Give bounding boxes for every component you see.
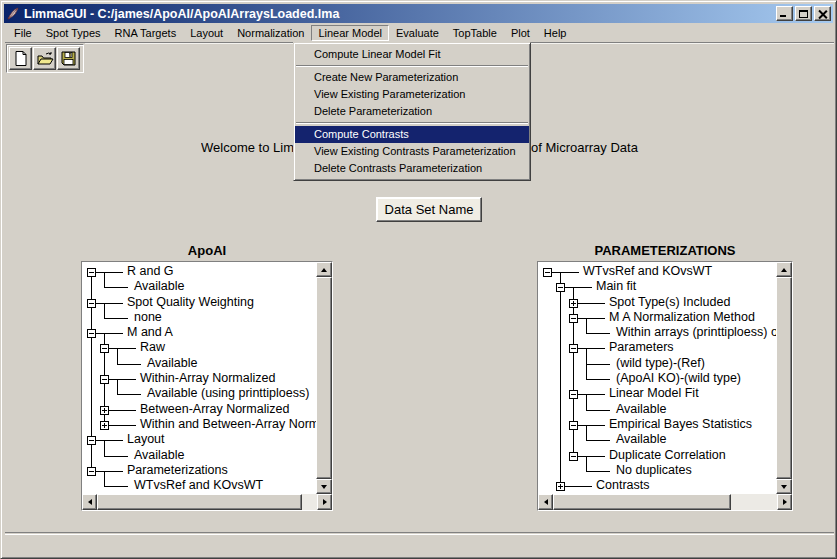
tree-node[interactable]: Layout bbox=[82, 432, 316, 447]
tree-node-label[interactable]: WTvsRef and KOvsWT bbox=[134, 478, 263, 493]
horizontal-scroll-thumb[interactable] bbox=[97, 494, 302, 510]
tree-node[interactable]: Available bbox=[538, 432, 776, 447]
collapse-box[interactable] bbox=[543, 268, 552, 277]
menu-help[interactable]: Help bbox=[537, 25, 574, 41]
collapse-box[interactable] bbox=[569, 421, 578, 430]
horizontal-scrollbar[interactable] bbox=[82, 494, 332, 510]
tree-node-label[interactable]: Available bbox=[147, 356, 198, 371]
expand-box[interactable] bbox=[556, 482, 565, 491]
tree-node-label[interactable]: M and A bbox=[127, 325, 173, 340]
tree-node[interactable]: Main fit bbox=[538, 279, 776, 294]
tree-node-label[interactable]: Available bbox=[616, 402, 667, 417]
parameterizations-tree[interactable]: WTvsRef and KOvsWTMain fitSpot Type(s) I… bbox=[538, 262, 776, 494]
data-set-name-button[interactable]: Data Set Name bbox=[376, 197, 482, 222]
scroll-right-button[interactable] bbox=[777, 494, 792, 510]
tree-node-label[interactable]: Linear Model Fit bbox=[609, 386, 699, 401]
tree-node[interactable]: No duplicates bbox=[538, 463, 776, 478]
tree-node-label[interactable]: Within-Array Normalized bbox=[140, 371, 275, 386]
tree-node-label[interactable]: Spot Type(s) Included bbox=[609, 295, 730, 310]
tree-node-label[interactable]: Available bbox=[134, 448, 185, 463]
tree-node-label[interactable]: (ApoAI KO)-(wild type) bbox=[616, 371, 741, 386]
tree-node[interactable]: WTvsRef and KOvsWT bbox=[538, 264, 776, 279]
menu-spot-types[interactable]: Spot Types bbox=[39, 25, 108, 41]
scroll-trough[interactable] bbox=[731, 494, 777, 510]
tree-node[interactable]: Parameterizations bbox=[82, 463, 316, 478]
tree-node[interactable]: Within arrays (printtiploess) o bbox=[538, 325, 776, 340]
collapse-box[interactable] bbox=[569, 344, 578, 353]
scroll-up-button[interactable] bbox=[776, 262, 792, 277]
tree-node[interactable]: Linear Model Fit bbox=[538, 386, 776, 401]
minimize-button[interactable] bbox=[776, 6, 793, 21]
vertical-scroll-thumb[interactable] bbox=[776, 277, 792, 479]
title-bar[interactable]: LimmaGUI - C:/james/ApoAI/ApoAIArraysLoa… bbox=[4, 4, 833, 23]
collapse-box[interactable] bbox=[87, 299, 96, 308]
tree-node-label[interactable]: Spot Quality Weighting bbox=[127, 295, 254, 310]
menu-item-delete-parameterization[interactable]: Delete Parameterization bbox=[295, 103, 529, 120]
menu-toptable[interactable]: TopTable bbox=[446, 25, 504, 41]
menu-file[interactable]: File bbox=[7, 25, 39, 41]
scroll-right-button[interactable] bbox=[317, 494, 332, 510]
tree-node-label[interactable]: Main fit bbox=[596, 279, 636, 294]
tree-node-label[interactable]: Parameterizations bbox=[127, 463, 228, 478]
menu-rna-targets[interactable]: RNA Targets bbox=[108, 25, 184, 41]
tree-node-label[interactable]: Duplicate Correlation bbox=[609, 448, 726, 463]
collapse-box[interactable] bbox=[569, 314, 578, 323]
save-file-button[interactable] bbox=[57, 47, 80, 70]
tree-node-label[interactable]: Available bbox=[616, 432, 667, 447]
horizontal-scroll-thumb[interactable] bbox=[553, 494, 731, 510]
menu-layout[interactable]: Layout bbox=[183, 25, 230, 41]
tree-node[interactable]: M A Normalization Method bbox=[538, 310, 776, 325]
tree-node[interactable]: Available (using printtiploess) bbox=[82, 386, 316, 401]
tree-node-label[interactable]: Layout bbox=[127, 432, 165, 447]
tree-node[interactable]: Duplicate Correlation bbox=[538, 448, 776, 463]
tree-node-label[interactable]: No duplicates bbox=[616, 463, 692, 478]
collapse-box[interactable] bbox=[569, 452, 578, 461]
close-button[interactable] bbox=[814, 6, 831, 21]
scroll-down-button[interactable] bbox=[776, 479, 792, 494]
tree-node[interactable]: (ApoAI KO)-(wild type) bbox=[538, 371, 776, 386]
collapse-box[interactable] bbox=[556, 283, 565, 292]
tree-node[interactable]: Within and Between-Array Norm bbox=[82, 417, 316, 432]
collapse-box[interactable] bbox=[87, 268, 96, 277]
tree-node[interactable]: M and A bbox=[82, 325, 316, 340]
tree-node[interactable]: Spot Quality Weighting bbox=[82, 295, 316, 310]
menu-item-compute-linear-model-fit[interactable]: Compute Linear Model Fit bbox=[295, 46, 529, 63]
tree-node-label[interactable]: none bbox=[134, 310, 162, 325]
menu-evaluate[interactable]: Evaluate bbox=[389, 25, 446, 41]
tree-node-label[interactable]: M A Normalization Method bbox=[609, 310, 755, 325]
scroll-up-button[interactable] bbox=[316, 262, 332, 277]
maximize-button[interactable] bbox=[795, 6, 812, 21]
tree-node-label[interactable]: (wild type)-(Ref) bbox=[616, 356, 705, 371]
tree-node[interactable]: Spot Type(s) Included bbox=[538, 295, 776, 310]
vertical-scrollbar[interactable] bbox=[776, 262, 792, 494]
tree-node[interactable]: Contrasts bbox=[538, 478, 776, 493]
expand-box[interactable] bbox=[100, 406, 109, 415]
menu-item-compute-contrasts[interactable]: Compute Contrasts bbox=[295, 126, 529, 143]
menu-normalization[interactable]: Normalization bbox=[230, 25, 311, 41]
tree-node[interactable]: Parameters bbox=[538, 340, 776, 355]
tree-node-label[interactable]: Contrasts bbox=[596, 478, 650, 493]
menu-plot[interactable]: Plot bbox=[504, 25, 537, 41]
apoai-tree[interactable]: R and GAvailableSpot Quality Weightingno… bbox=[82, 262, 316, 494]
menu-linear-model[interactable]: Linear Model bbox=[311, 25, 389, 41]
menu-item-view-existing-contrasts-parameterization[interactable]: View Existing Contrasts Parameterization bbox=[295, 143, 529, 160]
scroll-down-button[interactable] bbox=[316, 479, 332, 494]
horizontal-scrollbar[interactable] bbox=[538, 494, 792, 510]
scroll-trough[interactable] bbox=[302, 494, 317, 510]
tree-node[interactable]: Available bbox=[82, 356, 316, 371]
open-file-button[interactable] bbox=[33, 47, 56, 70]
tree-node-label[interactable]: R and G bbox=[127, 264, 174, 279]
tree-node[interactable]: Within-Array Normalized bbox=[82, 371, 316, 386]
tree-node[interactable]: none bbox=[82, 310, 316, 325]
tree-node[interactable]: Raw bbox=[82, 340, 316, 355]
new-file-button[interactable] bbox=[9, 47, 32, 70]
tree-node[interactable]: Available bbox=[538, 402, 776, 417]
collapse-box[interactable] bbox=[87, 467, 96, 476]
tree-node[interactable]: (wild type)-(Ref) bbox=[538, 356, 776, 371]
expand-box[interactable] bbox=[569, 299, 578, 308]
scroll-left-button[interactable] bbox=[538, 494, 553, 510]
menu-item-delete-contrasts-parameterization[interactable]: Delete Contrasts Parameterization bbox=[295, 160, 529, 177]
tree-node-label[interactable]: Available (using printtiploess) bbox=[147, 386, 309, 401]
collapse-box[interactable] bbox=[87, 329, 96, 338]
tree-node[interactable]: Available bbox=[82, 448, 316, 463]
